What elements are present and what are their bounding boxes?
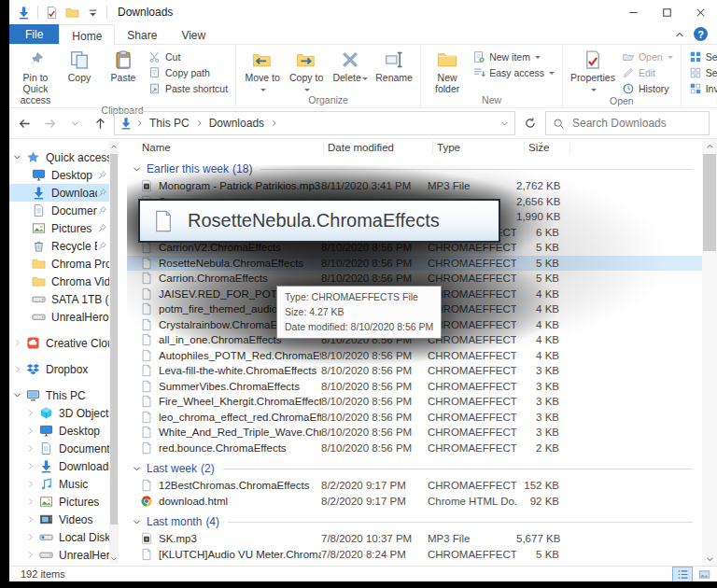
file-row[interactable]: White_And_Red_Triple_Wave.ChromaEffe...8… [127, 425, 702, 441]
pin-to-quick-access-button[interactable]: Pin to Quick access [14, 48, 57, 105]
sidebar-item-3d-objects[interactable]: 3D Objects [9, 404, 110, 422]
file-row[interactable]: [KLUTCH]Audio VU Meter.ChromaEffects7/8/… [127, 547, 702, 563]
open-button[interactable]: Open [619, 49, 676, 64]
scroll-down-icon[interactable] [702, 553, 717, 566]
scroll-up-icon[interactable] [702, 139, 717, 152]
sidebar-item-downloads[interactable]: Downloads [9, 184, 110, 202]
search-input[interactable] [570, 116, 702, 131]
scroll-down-icon[interactable] [109, 553, 119, 564]
breadcrumb-this-pc[interactable]: This PC [147, 117, 192, 130]
copy-to-button[interactable]: Copy to [285, 48, 328, 94]
sidebar-item-unrealhero-d[interactable]: UnrealHero (D:) [9, 308, 110, 326]
forward-button[interactable] [38, 112, 61, 134]
history-button[interactable]: History [619, 80, 676, 96]
breadcrumb[interactable]: This PC Downloads [114, 111, 515, 135]
properties-qat-icon[interactable] [45, 6, 59, 20]
file-row[interactable]: RosetteNebula.ChromaEffects8/10/2020 8:5… [127, 256, 702, 272]
sidebar-item-documents[interactable]: Documents [9, 440, 110, 457]
sidebar-item-pictures[interactable]: Pictures [9, 219, 110, 237]
sidebar-item-music[interactable]: Music [9, 475, 110, 493]
file-row[interactable]: Carrion.ChromaEffects8/10/2020 8:56 PMCH… [127, 271, 702, 287]
collapse-ribbon-icon[interactable] [674, 29, 685, 40]
sidebar-item-desktop[interactable]: Desktop [9, 422, 110, 440]
sidebar-item-videos[interactable]: Videos [9, 511, 110, 528]
file-row[interactable]: red.bounce.ChromaEffects8/10/2020 8:56 P… [127, 441, 702, 456]
sidebar-item-chroma-profiles[interactable]: Chroma Profiles [9, 255, 110, 273]
rename-button[interactable]: Rename [373, 48, 415, 83]
new-folder-button[interactable]: New folder [426, 48, 469, 94]
close-button[interactable] [683, 1, 717, 23]
file-row[interactable]: Fire_Wheel_Khergit.ChromaEffects8/10/202… [127, 394, 702, 410]
new-folder-qat-icon[interactable] [65, 6, 79, 20]
breadcrumb-downloads[interactable]: Downloads [206, 117, 267, 130]
sidebar-item-local-disk-c[interactable]: Local Disk (C:) [9, 528, 110, 546]
sidebar-item-quick-access[interactable]: Quick access [9, 148, 110, 166]
delete-button[interactable]: Delete [329, 48, 372, 83]
sidebar-item-chroma-vids[interactable]: Chroma Vids [9, 273, 110, 290]
scrollbar-thumb[interactable] [703, 154, 716, 251]
sidebar-item-this-pc[interactable]: This PC [9, 386, 110, 404]
cut-button[interactable]: Cut [146, 49, 231, 64]
invert-selection-button[interactable]: Invert selection [686, 80, 717, 96]
recent-locations-button[interactable] [63, 112, 86, 134]
file-row[interactable]: leo_chroma_effect_red.ChromaEffects8/10/… [127, 410, 702, 426]
sidebar-scrollbar-thumb[interactable] [110, 154, 118, 525]
sidebar-item-usb-drive-e[interactable]: USB Drive (E:) [9, 564, 110, 566]
column-header-date-modified[interactable]: Date modified [324, 141, 433, 154]
file-row[interactable]: SK.mp37/8/2020 10:37 PMMP3 File5,677 KB [127, 531, 702, 547]
details-view-button[interactable] [672, 567, 693, 582]
help-icon[interactable]: ? [694, 27, 708, 41]
tab-share[interactable]: Share [115, 24, 169, 44]
sidebar-scrollbar[interactable] [109, 141, 119, 564]
sidebar-item-pictures[interactable]: Pictures [9, 493, 110, 511]
group-header-last-month[interactable]: Last month(4) [127, 512, 702, 531]
file-row[interactable]: download.html8/2/2020 9:17 PMChrome HTML… [127, 494, 702, 510]
address-dropdown-icon[interactable] [499, 119, 510, 129]
copy-button[interactable]: Copy [58, 48, 101, 83]
sidebar-item-recycle-bin[interactable]: Recycle Bin [9, 237, 110, 255]
sidebar-item-downloads[interactable]: Downloads [9, 457, 110, 475]
copy-path-button[interactable]: Copy path [146, 64, 231, 80]
chevron-right-icon[interactable] [270, 119, 278, 128]
tab-home[interactable]: Home [59, 24, 115, 45]
up-button[interactable] [89, 112, 111, 134]
column-header-type[interactable]: Type [433, 141, 525, 154]
file-row[interactable]: Leva-fill-the-white.ChromaEffects8/10/20… [127, 363, 702, 379]
search-box[interactable] [545, 111, 710, 135]
sidebar-item-unrealhero-d[interactable]: UnrealHero (D:) [9, 546, 110, 564]
tab-file[interactable]: File [9, 24, 59, 44]
chevron-right-icon[interactable] [135, 119, 144, 128]
customize-toolbar-icon[interactable] [86, 6, 100, 20]
sidebar-item-dropbox[interactable]: Dropbox [9, 360, 110, 378]
file-row[interactable]: SummerVibes.ChromaEffects8/10/2020 8:56 … [127, 379, 702, 395]
scroll-up-icon[interactable] [109, 141, 119, 151]
sidebar-item-desktop[interactable]: Desktop [9, 166, 110, 184]
large-icons-view-button[interactable] [695, 567, 713, 581]
sidebar-item-creative-cloud-fil[interactable]: Creative Cloud Fil [9, 334, 110, 352]
edit-button[interactable]: Edit [619, 64, 676, 80]
move-to-button[interactable]: Move to [241, 48, 284, 94]
file-row[interactable]: Monogram - Patrick Patrikios.mp38/11/202… [127, 178, 702, 194]
new-item-button[interactable]: New item [470, 49, 557, 64]
tab-view[interactable]: View [169, 24, 218, 44]
sidebar-item-sata-1tb-g[interactable]: SATA 1TB (G:) [9, 290, 110, 308]
column-header-size[interactable]: Size [525, 141, 570, 154]
paste-button[interactable]: Paste [102, 48, 145, 83]
file-list-scrollbar[interactable] [702, 139, 717, 566]
group-header-earlier-this-week[interactable]: Earlier this week(18) [127, 160, 702, 178]
group-header-last-week[interactable]: Last week(2) [127, 459, 702, 478]
refresh-button[interactable] [518, 112, 542, 134]
chevron-right-icon[interactable] [195, 119, 204, 128]
maximize-button[interactable] [650, 1, 683, 23]
sidebar-item-documents[interactable]: Documents [9, 202, 110, 219]
select-all-button[interactable]: Select all [686, 49, 717, 64]
back-button[interactable] [13, 112, 35, 134]
file-row[interactable]: Autophiles_POTM_Red.ChromaEffects8/10/20… [127, 348, 702, 364]
minimize-button[interactable] [616, 1, 650, 23]
select-none-button[interactable]: Select none [686, 64, 717, 80]
column-header-name[interactable]: Name [127, 141, 324, 154]
paste-shortcut-button[interactable]: Paste shortcut [146, 80, 231, 96]
properties-button[interactable]: Properties [568, 48, 618, 94]
easy-access-button[interactable]: Easy access [470, 64, 557, 80]
file-row[interactable]: 12BestChromas.ChromaEffects8/2/2020 9:17… [127, 478, 702, 494]
